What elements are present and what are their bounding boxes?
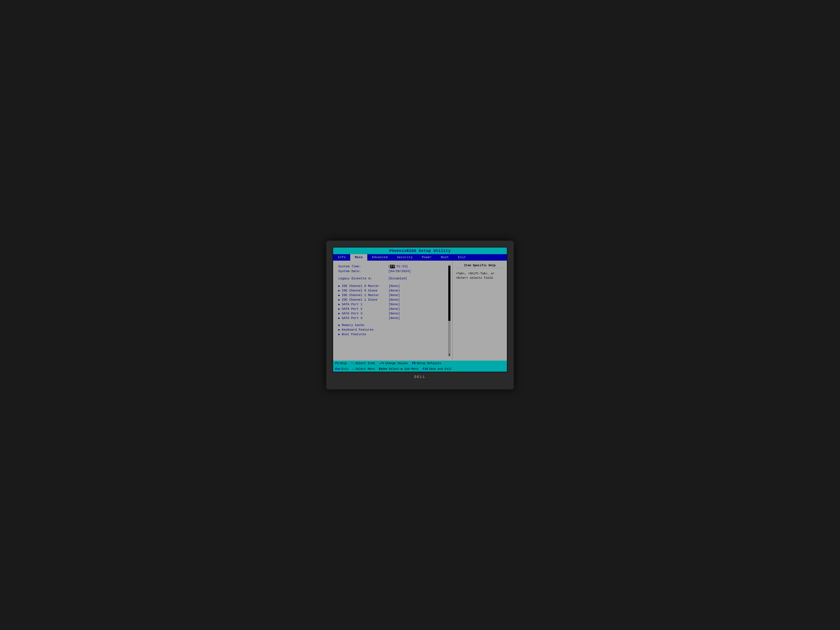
- scroll-down-arrow: ▼: [448, 354, 450, 357]
- desc-select-menu: Select Menu: [355, 367, 374, 371]
- sata-port-1-value: [None]: [388, 303, 400, 306]
- sata-port-3-value: [None]: [388, 312, 400, 316]
- arrow-icon: ▶: [338, 307, 340, 311]
- key-lr-arrows: ↔: [353, 367, 354, 371]
- main-panel: System Time: [13:51:53] System Date: [04…: [333, 261, 453, 361]
- desc-help: Help: [340, 362, 347, 365]
- help-panel-text: <Tab>, <Shift-Tab>, or <Enter> selects f…: [456, 272, 504, 280]
- sata-port-3-label: SATA Port 3: [342, 312, 388, 316]
- arrow-icon: ▶: [338, 298, 340, 302]
- ide-ch1-slave[interactable]: ▶ IDE Channel 1 Slave [None]: [338, 298, 447, 302]
- key-f1: F1: [335, 362, 339, 365]
- system-time-row: System Time: [13:51:53]: [338, 265, 447, 268]
- help-panel-title: Item Specific Help: [456, 264, 504, 268]
- boot-features-label: Boot Features: [342, 333, 388, 336]
- help-panel: Item Specific Help <Tab>, <Shift-Tab>, o…: [453, 261, 507, 361]
- ide-ch0-master[interactable]: ▶ IDE Channel 0 Master [None]: [338, 284, 447, 288]
- scrollbar[interactable]: ▼: [448, 265, 451, 357]
- key-arrows: ↑↓: [351, 362, 354, 365]
- ide-ch0-slave-label: IDE Channel 0 Slave: [342, 289, 388, 292]
- tab-main[interactable]: Main: [350, 254, 367, 261]
- arrow-icon: ▶: [338, 312, 340, 315]
- legacy-diskette-row: Legacy Diskette A: [Disabled]: [338, 277, 447, 280]
- sata-port-2-value: [None]: [388, 307, 400, 311]
- tab-bar: Info Main Advanced Security Power Boot E…: [333, 254, 507, 261]
- status-arrows: ↑↓ Select Item: [351, 362, 374, 365]
- ide-ch1-master-value: [None]: [388, 294, 400, 297]
- status-f10: F10 Save and Exit: [423, 367, 452, 371]
- scroll-thumb: [448, 266, 450, 321]
- key-esc: Esc: [335, 367, 340, 371]
- sata-port-1-label: SATA Port 1: [342, 303, 388, 306]
- ide-ch1-slave-label: IDE Channel 1 Slave: [342, 298, 388, 302]
- ide-ch1-master-label: IDE Channel 1 Master: [342, 294, 388, 297]
- title-bar: PhoenixBIOS Setup Utility: [333, 248, 507, 254]
- sata-port-4-value: [None]: [388, 316, 400, 320]
- key-enter: Enter: [379, 367, 388, 371]
- system-time-label: System Time:: [338, 265, 388, 268]
- status-esc: Esc Exit: [335, 367, 349, 371]
- tab-security[interactable]: Security: [392, 254, 417, 261]
- divider-3: [338, 321, 447, 323]
- sata-port-1[interactable]: ▶ SATA Port 1 [None]: [338, 303, 447, 306]
- arrow-icon: ▶: [338, 328, 340, 332]
- keyboard-features-label: Keyboard Features: [342, 328, 388, 332]
- legacy-diskette-label: Legacy Diskette A:: [338, 277, 388, 280]
- arrow-icon: ▶: [338, 293, 340, 297]
- content-area: System Time: [13:51:53] System Date: [04…: [333, 261, 507, 361]
- tab-exit[interactable]: Exit: [453, 254, 471, 261]
- bios-title: PhoenixBIOS Setup Utility: [389, 249, 451, 253]
- status-enter: Enter Select ▶ Sub-Menu: [379, 367, 418, 371]
- status-lr-arrows: ↔ Select Menu: [353, 367, 375, 371]
- screen: PhoenixBIOS Setup Utility Info Main Adva…: [333, 247, 507, 372]
- divider-2: [338, 282, 447, 284]
- status-bar: F1 Help ↑↓ Select Item -/+ Change Values…: [333, 361, 507, 366]
- ide-ch0-slave[interactable]: ▶ IDE Channel 0 Slave [None]: [338, 289, 447, 292]
- arrow-icon: ▶: [338, 323, 340, 327]
- monitor-bezel: PhoenixBIOS Setup Utility Info Main Adva…: [326, 241, 514, 389]
- desc-select-item: Select Item: [355, 362, 374, 365]
- legacy-diskette-value[interactable]: [Disabled]: [388, 277, 407, 280]
- arrow-icon: ▶: [338, 303, 340, 306]
- key-plusminus: -/+: [379, 362, 384, 365]
- tab-info[interactable]: Info: [333, 254, 350, 261]
- sata-port-2-label: SATA Port 2: [342, 307, 388, 311]
- key-f10: F10: [423, 367, 428, 371]
- desc-save-exit: Save and Exit: [429, 367, 452, 371]
- arrow-icon: ▶: [338, 289, 340, 292]
- desc-sub-menu: Select ▶ Sub-Menu: [389, 367, 418, 371]
- system-time-value[interactable]: [13:51:53]: [388, 265, 408, 268]
- sata-port-2[interactable]: ▶ SATA Port 2 [None]: [338, 307, 447, 311]
- key-f9: F9: [412, 362, 415, 365]
- system-date-row: System Date: [04/28/2024]: [338, 270, 447, 273]
- tab-power[interactable]: Power: [417, 254, 436, 261]
- status-f1: F1 Help: [335, 362, 347, 365]
- status-f9: F9 Setup Defaults: [412, 362, 441, 365]
- sata-port-4[interactable]: ▶ SATA Port 4 [None]: [338, 316, 447, 320]
- sata-port-4-label: SATA Port 4: [342, 316, 388, 320]
- sata-port-3[interactable]: ▶ SATA Port 3 [None]: [338, 312, 447, 316]
- system-date-value[interactable]: [04/28/2024]: [388, 270, 411, 273]
- desc-change-values: Change Values: [385, 362, 408, 365]
- ide-ch0-master-label: IDE Channel 0 Master: [342, 284, 388, 288]
- ide-ch1-master[interactable]: ▶ IDE Channel 1 Master [None]: [338, 293, 447, 297]
- tab-boot[interactable]: Boot: [436, 254, 453, 261]
- ide-ch0-master-value: [None]: [388, 284, 400, 288]
- arrow-icon: ▶: [338, 316, 340, 320]
- desc-setup-defaults: Setup Defaults: [417, 362, 441, 365]
- status-bar-2: Esc Exit ↔ Select Menu Enter Select ▶ Su…: [333, 366, 507, 372]
- divider-1: [338, 275, 447, 277]
- time-cursor: 13: [390, 265, 395, 268]
- ide-ch0-slave-value: [None]: [388, 289, 400, 292]
- arrow-icon: ▶: [338, 284, 340, 288]
- desc-exit: Exit: [341, 367, 349, 371]
- memory-cache-label: Memory Cache: [342, 324, 388, 327]
- status-plusminus: -/+ Change Values: [379, 362, 408, 365]
- ide-ch1-slave-value: [None]: [388, 298, 400, 302]
- boot-features[interactable]: ▶ Boot Features: [338, 333, 447, 336]
- dell-logo: DELL: [333, 375, 507, 379]
- keyboard-features[interactable]: ▶ Keyboard Features: [338, 328, 447, 332]
- system-date-label: System Date:: [338, 270, 388, 273]
- memory-cache[interactable]: ▶ Memory Cache: [338, 323, 447, 327]
- tab-advanced[interactable]: Advanced: [367, 254, 392, 261]
